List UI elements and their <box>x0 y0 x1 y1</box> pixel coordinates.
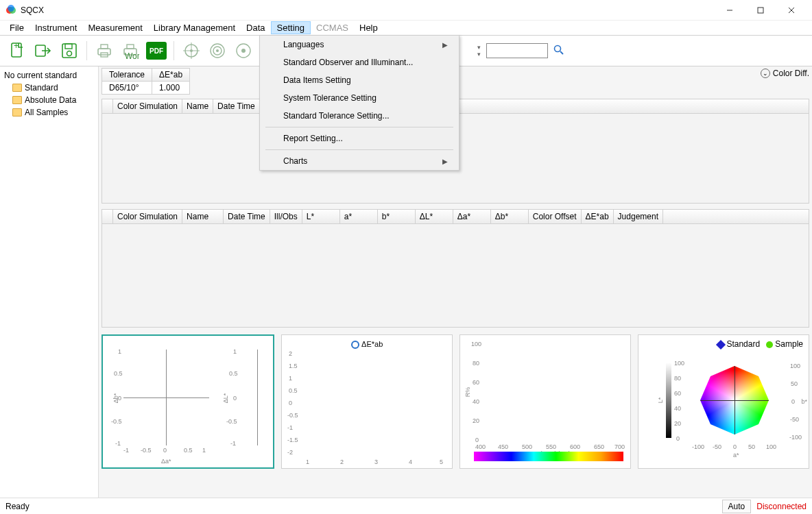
tick-label: 500 <box>522 443 532 450</box>
tick-label: 0.5 <box>184 447 193 454</box>
col-header[interactable]: ΔL* <box>416 210 453 223</box>
tick-label: -1 <box>230 440 236 447</box>
tick-label: 80 <box>674 375 681 382</box>
tick-label: 1 <box>118 348 121 355</box>
save-icon[interactable] <box>58 39 81 62</box>
new-file-icon[interactable]: + <box>5 39 29 62</box>
l-star-bar <box>666 363 671 438</box>
target-dot-icon[interactable] <box>232 39 255 62</box>
tolerance-cell: D65/10° <box>102 82 152 95</box>
dropdown-separator <box>265 149 453 150</box>
tick-label: 60 <box>674 390 681 397</box>
print-icon[interactable] <box>93 39 116 62</box>
sidebar-item-standard[interactable]: Standard <box>0 82 98 94</box>
col-header[interactable]: Judgement <box>614 210 663 223</box>
svg-rect-14 <box>101 45 108 49</box>
col-header[interactable]: ΔE*ab <box>582 210 614 223</box>
maximize-button[interactable] <box>745 1 776 20</box>
col-header[interactable]: Date Time <box>224 210 270 223</box>
col-header[interactable]: Δb* <box>491 210 529 223</box>
tick-label: 0 <box>475 437 479 443</box>
axis-label: b* <box>801 398 807 405</box>
col-header[interactable]: Color Simulation <box>113 210 182 223</box>
sidebar-title: No current standard <box>0 69 98 82</box>
auto-button[interactable]: Auto <box>722 500 752 513</box>
tick-label: 0.5 <box>114 370 123 377</box>
tick-label: 100 <box>790 363 800 369</box>
dd-standard-observer[interactable]: Standard Observer and Illuminant... <box>260 53 459 71</box>
menu-help[interactable]: Help <box>354 21 383 35</box>
folder-icon <box>12 108 22 117</box>
svg-rect-4 <box>758 8 763 13</box>
menu-ccmas[interactable]: CCMAS <box>311 21 354 35</box>
app-icon <box>5 5 16 16</box>
dropdown-small-icon[interactable]: ▾▾ <box>477 44 481 58</box>
menu-instrument[interactable]: Instrument <box>29 21 82 35</box>
tick-label: -0.5 <box>226 418 237 425</box>
menu-file[interactable]: File <box>4 21 29 35</box>
col-header[interactable]: Color Simulation <box>113 99 182 113</box>
tick-label: -1 <box>287 424 293 431</box>
col-header[interactable]: Name <box>182 210 224 223</box>
dd-system-tolerance[interactable]: System Tolerance Setting <box>260 89 459 107</box>
tick-label: 0 <box>733 443 737 450</box>
tick-label: 3 <box>374 458 378 465</box>
tick-label: 400 <box>475 443 486 450</box>
sidebar-item-allsamples[interactable]: All Samples <box>0 106 98 119</box>
legend-label: Sample <box>775 339 803 349</box>
col-header[interactable]: Δa* <box>453 210 491 223</box>
col-header[interactable]: a* <box>340 210 378 223</box>
tick-label: 0.5 <box>229 370 238 377</box>
dd-standard-tolerance[interactable]: Standard Tolerance Setting... <box>260 107 459 125</box>
col-header[interactable]: b* <box>378 210 416 223</box>
svg-point-28 <box>555 45 561 51</box>
chart-legend: Standard Sample <box>717 339 803 349</box>
dd-report-setting[interactable]: Report Setting... <box>260 130 459 147</box>
row-header-blank <box>102 99 113 113</box>
target-rings-icon[interactable] <box>206 39 229 62</box>
menu-library-management[interactable]: Library Management <box>148 21 241 35</box>
chart-lab-space[interactable]: Standard Sample L* 100 80 60 40 20 0 <box>638 334 809 469</box>
chart-deltaE-trend[interactable]: ΔE*ab 2 1.5 1 0.5 0 -0.5 -1 -1.5 -2 1 2 … <box>281 334 453 469</box>
svg-point-27 <box>241 49 246 53</box>
search-icon[interactable] <box>553 45 564 58</box>
legend-sample-icon <box>766 341 773 348</box>
tick-label: 1 <box>202 447 206 454</box>
folder-icon <box>12 84 22 92</box>
color-diff-toggle[interactable]: ⌄ Color Diff. <box>761 69 809 78</box>
submenu-arrow-icon: ▶ <box>442 41 448 49</box>
statusbar: Ready Auto Disconnected <box>0 498 812 514</box>
chart-reflectance[interactable]: R% 100 80 60 40 20 0 400 450 500 550 600… <box>459 334 631 469</box>
dd-data-items[interactable]: Data Items Setting <box>260 71 459 89</box>
chart-delta-ab[interactable]: Δb* Δa* 0 -1 -0.5 0.5 1 1 0.5 0 -0.5 -1 … <box>102 334 274 469</box>
close-button[interactable] <box>776 1 807 20</box>
tick-label: -1 <box>123 447 129 454</box>
dd-languages[interactable]: Languages▶ <box>260 36 459 53</box>
col-header[interactable]: Ill/Obs <box>270 210 302 223</box>
svg-rect-13 <box>98 49 110 55</box>
export-icon[interactable] <box>32 39 55 62</box>
pdf-export-icon[interactable]: PDF <box>145 39 168 62</box>
menu-measurement[interactable]: Measurement <box>82 21 147 35</box>
tick-label: 5 <box>440 458 443 465</box>
tick-label: 600 <box>570 443 580 450</box>
spectrum-bar <box>474 452 623 461</box>
sidebar-item-absolute[interactable]: Absolute Data <box>0 94 98 106</box>
target-standard-icon[interactable] <box>180 39 203 62</box>
tick-label: 100 <box>674 360 684 367</box>
col-header[interactable]: Date Time <box>213 99 260 113</box>
tick-label: 100 <box>766 443 776 450</box>
search-input[interactable] <box>486 43 548 58</box>
col-header[interactable]: Name <box>182 99 213 113</box>
grid-body[interactable] <box>102 224 809 327</box>
minimize-button[interactable] <box>714 1 745 20</box>
menu-data[interactable]: Data <box>241 21 270 35</box>
dd-charts[interactable]: Charts▶ <box>260 152 459 170</box>
status-ready: Ready <box>5 502 29 511</box>
word-export-icon[interactable]: Word <box>119 39 142 62</box>
tick-label: -50 <box>790 416 799 423</box>
col-header[interactable]: Color Offset <box>529 210 582 223</box>
col-header[interactable]: L* <box>302 210 340 223</box>
menu-setting[interactable]: Setting <box>271 21 311 34</box>
tick-label: 700 <box>614 443 625 450</box>
